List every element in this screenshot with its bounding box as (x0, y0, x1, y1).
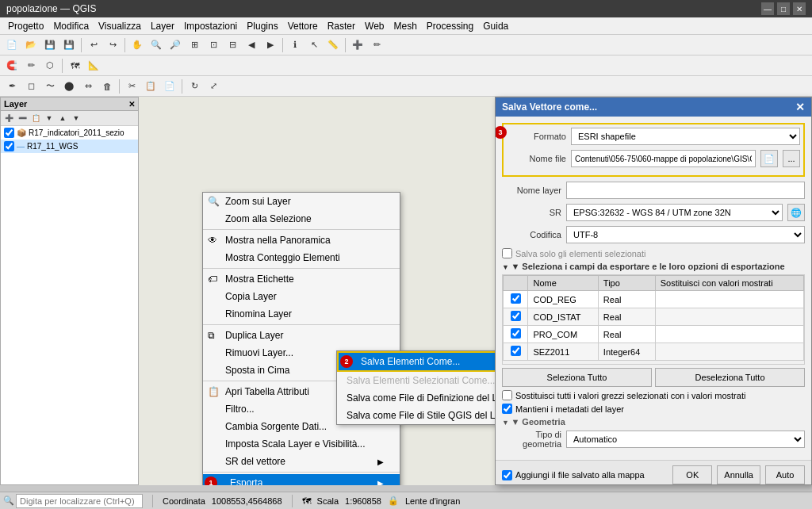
sostituisci-checkbox[interactable] (502, 390, 512, 400)
minimize-button[interactable]: — (761, 2, 774, 15)
ctx-esporta[interactable]: 1 Esporta ▶ (203, 474, 400, 485)
menu-plugins[interactable]: Plugins (242, 19, 282, 33)
add-layer-btn[interactable]: ➕ (349, 36, 366, 54)
dialog-close-button[interactable]: ✕ (795, 101, 805, 113)
row-checkbox[interactable] (511, 346, 521, 356)
nome-file-browse-btn[interactable]: 📄 (760, 150, 778, 167)
zoom-in-btn[interactable]: 🔍 (147, 36, 165, 54)
mantieni-checkbox[interactable] (502, 404, 512, 414)
save-project-btn[interactable]: 💾 (41, 36, 59, 54)
measure-btn[interactable]: 📏 (324, 36, 342, 54)
menu-raster[interactable]: Raster (323, 19, 360, 33)
vertex-btn[interactable]: ⬤ (60, 78, 78, 95)
ctx-show-labels[interactable]: 🏷 Mostra Etichette (203, 270, 400, 288)
row-check-cell[interactable] (504, 326, 528, 343)
layer-add-btn[interactable]: ➕ (2, 112, 15, 124)
identify-btn[interactable]: ℹ (286, 36, 304, 54)
zoom-sel-btn[interactable]: ⊟ (224, 36, 241, 54)
layer-checkbox-1[interactable] (4, 128, 14, 138)
layer-up-btn[interactable]: ▲ (56, 112, 69, 124)
nome-file-folder-btn[interactable]: ... (783, 150, 800, 167)
ctx-rename-layer[interactable]: Rinomina Layer (203, 305, 400, 323)
row-checkbox[interactable] (511, 293, 521, 304)
geometria-section[interactable]: ▼ Geometria (502, 417, 805, 427)
aggiungi-mappa-checkbox[interactable] (502, 470, 512, 480)
layer-remove-btn[interactable]: ➖ (16, 112, 29, 124)
layer-panel-close[interactable]: ✕ (128, 100, 135, 109)
compose-btn[interactable]: 📐 (85, 57, 102, 75)
annulla-button[interactable]: Annulla (717, 465, 760, 484)
zoom-out-btn[interactable]: 🔎 (167, 36, 184, 54)
menu-vettore[interactable]: Vettore (283, 19, 323, 33)
formato-select[interactable]: ESRI shapefile (571, 128, 800, 145)
ctx-copy-layer[interactable]: Copia Layer (203, 288, 400, 305)
menu-processing[interactable]: Processing (422, 19, 478, 33)
row-check-cell[interactable] (504, 308, 528, 326)
open-project-btn[interactable]: 📂 (22, 36, 40, 54)
menu-web[interactable]: Web (360, 19, 389, 33)
row-check-cell[interactable] (504, 291, 528, 308)
menu-visualizza[interactable]: Visualizza (94, 19, 146, 33)
zoom-full-btn[interactable]: ⊞ (186, 36, 203, 54)
ctx-show-count[interactable]: Mostra Conteggio Elementi (203, 249, 400, 266)
delete-btn[interactable]: 🗑 (98, 78, 116, 95)
layer-open-attr-btn[interactable]: 📋 (29, 112, 42, 124)
rotate-btn[interactable]: ↻ (186, 78, 203, 95)
layer-item-1[interactable]: 📦 R17_indicatori_2011_sezio (1, 126, 138, 140)
pan-btn[interactable]: ✋ (128, 36, 146, 54)
snap-btn[interactable]: 🧲 (3, 57, 21, 75)
curve-btn[interactable]: 〜 (41, 78, 59, 95)
campi-section-title[interactable]: ▼ Seleziona i campi da esportare e le lo… (502, 262, 805, 271)
layer-checkbox-2[interactable] (4, 141, 14, 151)
nome-file-input[interactable] (571, 150, 756, 167)
ctx-zoom-layer[interactable]: 🔍 Zoom sui Layer (203, 193, 400, 210)
layer-down-btn[interactable]: ▼ (70, 112, 82, 124)
zoom-layer-btn[interactable]: ⊡ (205, 36, 222, 54)
ctx-show-panorama[interactable]: 👁 Mostra nella Panoramica (203, 232, 400, 249)
redo-btn[interactable]: ↪ (104, 36, 121, 54)
ctx-scale[interactable]: Imposta Scala Layer e Visibilità... (203, 435, 400, 453)
ctx-duplicate-layer[interactable]: ⧉ Duplica Layer (203, 327, 400, 344)
ctx-zoom-sel[interactable]: Zoom alla Selezione (203, 210, 400, 228)
scale-btn[interactable]: ⤢ (205, 78, 222, 95)
undo-btn[interactable]: ↩ (85, 36, 102, 54)
nome-layer-input[interactable] (566, 182, 805, 199)
copy-btn[interactable]: 📋 (142, 78, 159, 95)
save-as-btn[interactable]: 💾 (60, 36, 78, 54)
auto-button[interactable]: Auto (765, 465, 805, 484)
cut-btn[interactable]: ✂ (123, 78, 140, 95)
layer-item-2[interactable]: — R17_11_WGS (1, 140, 138, 153)
menu-layer[interactable]: Layer (146, 19, 179, 33)
ok-button[interactable]: OK (672, 465, 712, 484)
digitize2-btn[interactable]: ✒ (3, 78, 21, 95)
menu-impostazioni[interactable]: Impostazioni (179, 19, 242, 33)
layer-filter-btn[interactable]: ▼ (43, 112, 56, 124)
codifica-select[interactable]: UTF-8 (566, 226, 805, 243)
sr-globe-btn[interactable]: 🌐 (787, 204, 805, 221)
menu-progetto[interactable]: Progetto (3, 19, 48, 33)
row-checkbox[interactable] (511, 328, 521, 339)
ctx-sr-vettore[interactable]: SR del vettore ▶ (203, 453, 400, 470)
node-btn[interactable]: ⬡ (41, 57, 59, 75)
shape-btn[interactable]: ◻ (22, 78, 40, 95)
maximize-button[interactable]: □ (777, 2, 790, 15)
row-checkbox[interactable] (511, 311, 521, 321)
paste-btn[interactable]: 📄 (161, 78, 178, 95)
zoom-prev-btn[interactable]: ◀ (243, 36, 260, 54)
seleziona-tutto-btn[interactable]: Seleziona Tutto (502, 368, 652, 387)
close-button[interactable]: ✕ (793, 2, 806, 15)
digitize-btn[interactable]: ✏ (368, 36, 385, 54)
menu-guida[interactable]: Guida (478, 19, 513, 33)
edit-btn[interactable]: ✏ (22, 57, 40, 75)
search-input[interactable] (16, 494, 143, 508)
row-check-cell[interactable] (504, 343, 528, 361)
menu-modifica[interactable]: Modifica (48, 19, 94, 33)
fields-scroll[interactable]: Nome Tipo Sostituisci con valori mostrat… (502, 274, 805, 365)
sr-select[interactable]: EPSG:32632 - WGS 84 / UTM zone 32N (566, 204, 783, 221)
deseleziona-tutto-btn[interactable]: Deseleziona Tutto (655, 368, 805, 387)
move-btn[interactable]: ⇔ (79, 78, 97, 95)
select-btn[interactable]: ↖ (305, 36, 323, 54)
menu-mesh[interactable]: Mesh (389, 19, 421, 33)
zoom-next-btn[interactable]: ▶ (262, 36, 279, 54)
new-project-btn[interactable]: 📄 (3, 36, 21, 54)
